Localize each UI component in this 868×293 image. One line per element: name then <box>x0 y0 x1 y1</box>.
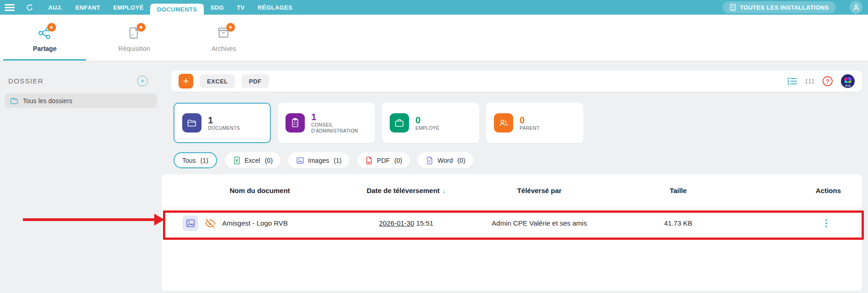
document-name[interactable]: Amisgest - Logo RVB <box>222 219 288 227</box>
document-date-cell: 2026-01-30 15:51 <box>358 219 454 227</box>
column-header-size[interactable]: Taille <box>624 187 732 194</box>
eva-avatar-text: eva <box>845 84 850 87</box>
documents-toolbar: + EXCEL PDF ? <box>171 71 862 92</box>
filter-chips: Tous (1) Excel (0) Images (1) <box>174 152 473 168</box>
stat-label: CONSEIL <box>311 122 358 128</box>
star-badge-icon: ★ <box>137 23 146 32</box>
row-actions-kebab-icon[interactable] <box>823 217 829 229</box>
nav-item-employe[interactable]: EMPLOYÉ <box>107 0 150 15</box>
image-thumbnail-icon <box>183 216 198 231</box>
image-file-icon <box>296 156 304 165</box>
building-icon <box>729 4 736 11</box>
export-excel-button[interactable]: EXCEL <box>200 74 235 88</box>
filter-label: Word <box>437 157 453 164</box>
filter-count: (1) <box>334 157 342 164</box>
filter-images[interactable]: Images (1) <box>288 152 349 168</box>
tab-partage[interactable]: ★ Partage <box>0 15 90 61</box>
active-tab-underline <box>3 59 86 61</box>
documents-table: Nom du document Date de téléversement ↓ … <box>162 174 862 291</box>
nav-menu: AUJ. ENFANT EMPLOYÉ DOCUMENTS SDG TV RÉG… <box>42 0 299 15</box>
nav-item-sdg[interactable]: SDG <box>204 0 230 15</box>
stats-row: 1 DOCUMENTS 1 CONSEIL D'ADMINISTRATIO <box>174 103 583 143</box>
column-header-date-label: Date de téléversement <box>367 187 440 194</box>
filter-excel[interactable]: Excel (0) <box>225 152 280 168</box>
user-icon <box>852 4 860 11</box>
column-header-actions: Actions <box>732 187 862 194</box>
refresh-icon[interactable] <box>26 4 34 11</box>
top-navbar: AUJ. ENFANT EMPLOYÉ DOCUMENTS SDG TV RÉG… <box>0 0 868 15</box>
star-badge-icon: ★ <box>226 23 235 32</box>
stat-count: 0 <box>415 115 439 125</box>
list-view-icon[interactable] <box>788 77 797 85</box>
stat-card-parent[interactable]: 0 PARENT <box>486 103 583 143</box>
clipboard-icon <box>286 113 305 133</box>
sidebar-item-label: Tous les dossiers <box>23 97 72 105</box>
stat-count: 1 <box>208 115 240 125</box>
document-time: 15:51 <box>416 219 434 227</box>
tab-requisition[interactable]: ★ Réquisition <box>90 15 179 61</box>
document-sign-icon: ★ <box>125 25 144 41</box>
stat-card-employe[interactable]: 0 EMPLOYÉ <box>382 103 479 143</box>
star-badge-icon: ★ <box>47 23 56 32</box>
stat-label: DOCUMENTS <box>208 125 240 131</box>
sidebar-title: DOSSIER <box>8 77 44 85</box>
briefcase-icon <box>390 113 409 133</box>
help-icon[interactable]: ? <box>823 76 833 86</box>
filter-label: Tous <box>182 157 196 164</box>
stat-card-conseil[interactable]: 1 CONSEIL D'ADMINISTRATION <box>278 103 375 143</box>
filter-label: Images <box>308 157 329 164</box>
column-header-date[interactable]: Date de téléversement ↓ <box>358 187 454 194</box>
eva-avatar[interactable]: eva <box>841 74 855 88</box>
filter-label: Excel <box>245 157 260 164</box>
folder-sidebar: DOSSIER + Tous les dossiers <box>0 61 162 293</box>
stat-count: 0 <box>520 115 539 125</box>
nav-item-tv[interactable]: TV <box>230 0 251 15</box>
all-installations-label: TOUTES LES INSTALLATIONS <box>740 4 829 11</box>
column-header-name[interactable]: Nom du document <box>162 187 358 194</box>
sidebar-item-all-folders[interactable]: Tous les dossiers <box>5 94 157 108</box>
module-tabbar: ★ Partage ★ Réquisition ★ Archives <box>0 15 868 61</box>
filter-count: (0) <box>394 157 402 164</box>
nav-item-reglages[interactable]: RÉGLAGES <box>251 0 299 15</box>
stat-label-2: D'ADMINISTRATION <box>311 128 358 134</box>
nav-item-auj[interactable]: AUJ. <box>42 0 69 15</box>
add-document-button[interactable]: + <box>179 74 193 88</box>
document-size: 41.73 KB <box>624 219 732 227</box>
filter-count: (0) <box>265 157 273 164</box>
excel-file-icon <box>233 156 241 165</box>
archive-box-icon: ★ <box>215 25 233 41</box>
user-account-button[interactable] <box>850 1 862 14</box>
filter-count: (0) <box>457 157 465 164</box>
help-question-glyph: ? <box>826 78 829 85</box>
filter-tous[interactable]: Tous (1) <box>174 152 217 168</box>
grid-view-icon[interactable] <box>805 78 814 84</box>
add-folder-button[interactable]: + <box>137 76 148 86</box>
column-header-uploader[interactable]: Téléversé par <box>454 187 624 194</box>
tab-requisition-label: Réquisition <box>118 45 150 52</box>
document-date[interactable]: 2026-01-30 <box>379 219 414 227</box>
document-uploader: Admin CPE Valérie et ses amis <box>454 219 624 227</box>
export-pdf-button[interactable]: PDF <box>241 74 269 88</box>
table-header-row: Nom du document Date de téléversement ↓ … <box>162 174 862 207</box>
word-file-icon <box>426 156 434 165</box>
table-row[interactable]: Amisgest - Logo RVB 2026-01-30 15:51 Adm… <box>162 207 862 239</box>
pdf-file-icon <box>365 156 373 165</box>
filter-label: PDF <box>377 157 390 164</box>
eye-off-icon[interactable] <box>205 218 215 228</box>
tab-partage-label: Partage <box>33 45 56 52</box>
tab-archives-label: Archives <box>212 45 236 52</box>
folder-icon <box>182 113 202 133</box>
main-panel: + EXCEL PDF ? <box>162 61 868 293</box>
all-installations-button[interactable]: TOUTES LES INSTALLATIONS <box>722 1 836 13</box>
sort-desc-icon[interactable]: ↓ <box>442 187 446 194</box>
filter-pdf[interactable]: PDF (0) <box>357 152 410 168</box>
filter-word[interactable]: Word (0) <box>418 152 473 168</box>
menu-icon[interactable] <box>5 3 15 12</box>
stat-card-documents[interactable]: 1 DOCUMENTS <box>174 103 271 143</box>
nav-item-enfant[interactable]: ENFANT <box>69 0 106 15</box>
people-icon <box>494 113 513 133</box>
nav-item-documents[interactable]: DOCUMENTS <box>150 4 204 15</box>
stat-count: 1 <box>311 112 358 122</box>
tab-archives[interactable]: ★ Archives <box>179 15 269 61</box>
stat-label: EMPLOYÉ <box>415 125 439 131</box>
